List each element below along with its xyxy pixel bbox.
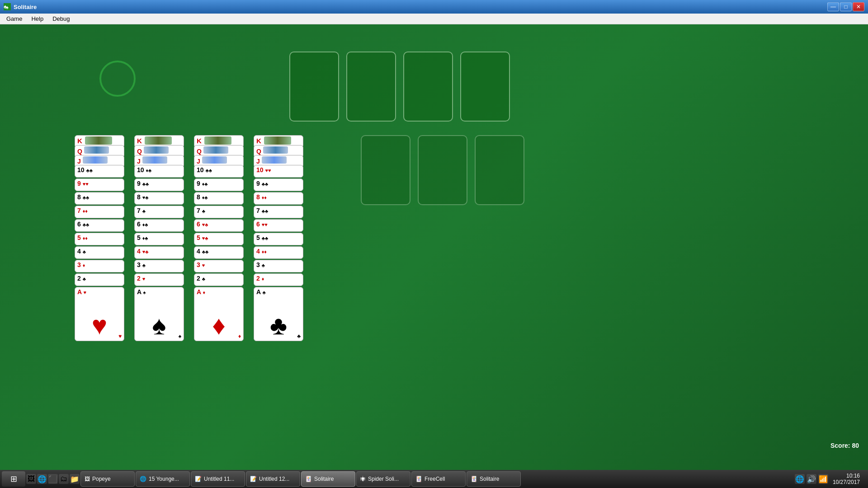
card[interactable]: 2 ♣ [75, 273, 124, 286]
card[interactable]: 6 ♦♣ [134, 219, 184, 232]
card[interactable]: 2 ♦ [254, 273, 303, 286]
taskbar-program-untitled12[interactable]: 📝Untitled 12... [246, 471, 300, 487]
foundation-slot-1[interactable] [289, 52, 339, 122]
card[interactable]: 4 ♣ [75, 246, 124, 259]
card-column-2: KQ J 10 ♦♣9 ♣♣8 ♥♣7 ♣6 ♦♣5 ♦♣4 ♥♣3 ♣2 ♥A… [134, 135, 184, 346]
foundation-slot-3[interactable] [403, 52, 453, 122]
taskbar-program-spider[interactable]: 🕷Spider Soli... [356, 471, 410, 487]
card[interactable]: 3 ♥ [194, 260, 244, 272]
card[interactable]: 9 ♣♣ [134, 178, 184, 191]
card[interactable]: 5 ♥♣ [194, 233, 244, 245]
taskbar-label-spider: Spider Soli... [368, 476, 399, 482]
foundation-area [289, 52, 510, 122]
maximize-button[interactable]: □ [840, 2, 852, 11]
taskbar-label-solitaire2: Solitaire [480, 476, 499, 482]
card[interactable]: 8 ♣♣ [75, 192, 124, 205]
close-button[interactable]: ✕ [853, 2, 864, 11]
taskbar-program-ie[interactable]: 🌐15 Younge... [136, 471, 190, 487]
columns-area: KQ J 10 ♣♣9 ♥♥8 ♣♣7 ♦♦6 ♣♣5 ♦♦4 ♣3 ♦2 ♣A… [75, 135, 303, 346]
taskbar-label-freecell: FreeCell [425, 476, 445, 482]
card[interactable]: 5 ♦♦ [75, 233, 124, 245]
card[interactable]: 3 ♦ [75, 260, 124, 272]
card[interactable]: 7 ♣ [134, 206, 184, 218]
card[interactable]: 6 ♥♥ [254, 219, 303, 232]
window-title: Solitaire [14, 4, 37, 10]
card[interactable]: 4 ♦♦ [254, 246, 303, 259]
taskbar-program-solitaire2[interactable]: 🃏Solitaire [467, 471, 521, 487]
menu-help[interactable]: Help [27, 14, 48, 23]
taskbar-label-untitled12: Untitled 12... [259, 476, 289, 482]
menu-game[interactable]: Game [2, 14, 27, 23]
system-tray: 🌐 🔊 📶 10:16 10/27/2017 [795, 473, 866, 485]
taskbar-icon-ie[interactable]: 🌐 [37, 474, 47, 484]
title-bar-left: ♠ Solitaire [4, 3, 37, 10]
taskbar-label-ie: 15 Younge... [149, 476, 179, 482]
card[interactable]: 4 ♣♣ [194, 246, 244, 259]
card[interactable]: 10 ♦♣ [134, 165, 184, 178]
taskbar-icon-folder[interactable]: 📁 [70, 474, 80, 484]
card[interactable]: 8 ♦♦ [254, 192, 303, 205]
clock[interactable]: 10:16 10/27/2017 [830, 473, 863, 485]
foundation-slot-4[interactable] [460, 52, 510, 122]
card[interactable]: 9 ♥♥ [75, 178, 124, 191]
minimize-button[interactable]: — [827, 2, 839, 11]
tray-sound[interactable]: 🔊 [807, 474, 816, 484]
start-button[interactable]: ⊞ [2, 471, 25, 487]
card[interactable]: 9 ♣♣ [254, 178, 303, 191]
card[interactable]: 4 ♥♣ [134, 246, 184, 259]
card[interactable]: 7 ♣♣ [254, 206, 303, 218]
card[interactable]: 10 ♣♣ [75, 165, 124, 178]
card[interactable]: 6 ♣♣ [75, 219, 124, 232]
card[interactable]: 7 ♦♦ [75, 206, 124, 218]
taskbar-label-popeye: Popeye [92, 476, 111, 482]
card[interactable]: 10 ♥♥ [254, 165, 303, 178]
taskbar-icon-popeye[interactable]: 🖼 [26, 474, 36, 484]
card[interactable]: 8 ♥♣ [134, 192, 184, 205]
taskbar-program-freecell[interactable]: 🃏FreeCell [411, 471, 466, 487]
score-display: Score: 80 [830, 442, 859, 449]
menu-bar: Game Help Debug [0, 14, 868, 24]
clock-time: 10:16 [833, 473, 860, 479]
taskbar-program-untitled11[interactable]: 📝Untitled 11... [191, 471, 245, 487]
title-bar: ♠ Solitaire — □ ✕ [0, 0, 868, 14]
stock-pile[interactable] [99, 61, 136, 97]
tray-signal[interactable]: 📶 [818, 474, 828, 484]
card[interactable]: 3 ♣ [134, 260, 184, 272]
card[interactable]: 5 ♦♣ [134, 233, 184, 245]
extra-slot-1[interactable] [361, 135, 410, 205]
game-area: KQ J 10 ♣♣9 ♥♥8 ♣♣7 ♦♦6 ♣♣5 ♦♦4 ♣3 ♦2 ♣A… [0, 24, 868, 470]
card[interactable]: A ♠♠♠ [134, 287, 184, 341]
card[interactable]: 3 ♣ [254, 260, 303, 272]
window-controls: — □ ✕ [827, 2, 864, 11]
card-column-4: KQ J 10 ♥♥9 ♣♣8 ♦♦7 ♣♣6 ♥♥5 ♣♣4 ♦♦3 ♣2 ♦… [254, 135, 303, 346]
card[interactable]: A ♦♦♦ [194, 287, 244, 341]
card[interactable]: A ♥♥♥ [75, 287, 124, 341]
card[interactable]: 8 ♦♣ [194, 192, 244, 205]
extra-slots-area [361, 135, 524, 205]
tray-network[interactable]: 🌐 [795, 474, 805, 484]
menu-debug[interactable]: Debug [48, 14, 74, 23]
card[interactable]: A ♣♣♣ [254, 287, 303, 341]
extra-slot-2[interactable] [418, 135, 467, 205]
card[interactable]: 7 ♣ [194, 206, 244, 218]
card[interactable]: 2 ♣ [194, 273, 244, 286]
card-column-3: KQ J 10 ♣♣9 ♦♣8 ♦♣7 ♣6 ♥♣5 ♥♣4 ♣♣3 ♥2 ♣A… [194, 135, 244, 346]
card[interactable]: 10 ♣♣ [194, 165, 244, 178]
card[interactable]: 6 ♥♣ [194, 219, 244, 232]
taskbar-icon-cmd[interactable]: ⬛ [48, 474, 58, 484]
card[interactable]: 5 ♣♣ [254, 233, 303, 245]
taskbar-program-popeye[interactable]: 🖼Popeye [80, 471, 135, 487]
card[interactable]: 9 ♦♣ [194, 178, 244, 191]
taskbar-label-solitaire: Solitaire [314, 476, 334, 482]
taskbar-icon-explorer[interactable]: 🗂 [59, 474, 69, 484]
clock-date: 10/27/2017 [833, 479, 860, 485]
foundation-slot-2[interactable] [346, 52, 396, 122]
extra-slot-3[interactable] [475, 135, 524, 205]
taskbar: ⊞ 🖼 🌐 ⬛ 🗂 📁 🖼Popeye 🌐15 Younge... 📝Untit… [0, 470, 868, 488]
taskbar-program-solitaire[interactable]: 🃏Solitaire [301, 471, 355, 487]
taskbar-label-untitled11: Untitled 11... [204, 476, 234, 482]
card[interactable]: 2 ♥ [134, 273, 184, 286]
card-column-1: KQ J 10 ♣♣9 ♥♥8 ♣♣7 ♦♦6 ♣♣5 ♦♦4 ♣3 ♦2 ♣A… [75, 135, 124, 346]
app-icon: ♠ [4, 3, 11, 10]
